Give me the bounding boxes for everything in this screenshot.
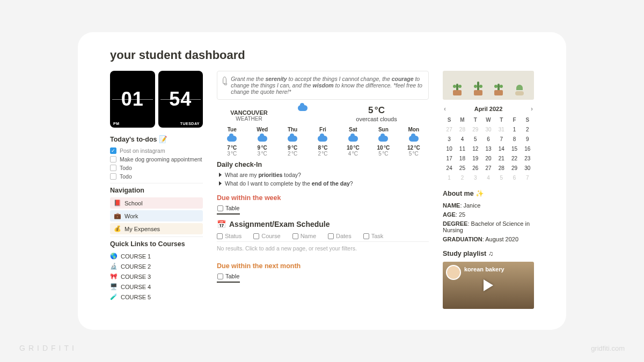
course-link[interactable]: 🧪COURSE 5 xyxy=(110,292,203,302)
calendar-day[interactable]: 24 xyxy=(443,164,456,172)
calendar-day[interactable]: 23 xyxy=(521,154,534,162)
calendar-day[interactable]: 17 xyxy=(443,154,456,162)
table-icon xyxy=(217,274,223,279)
calendar-day[interactable]: 4 xyxy=(456,135,469,143)
calendar-day[interactable]: 6 xyxy=(508,174,521,182)
toggle-arrow-icon xyxy=(219,173,222,177)
checkbox-icon[interactable] xyxy=(110,156,116,162)
calendar-day[interactable]: 19 xyxy=(469,154,482,162)
property-icon xyxy=(328,233,334,239)
todo-item[interactable]: Todo xyxy=(110,164,203,172)
calendar-day[interactable]: 8 xyxy=(508,135,521,143)
calendar-day[interactable]: 30 xyxy=(482,125,495,134)
column-header[interactable]: Task xyxy=(363,233,384,239)
todo-item[interactable]: Make dog grooming appointment xyxy=(110,155,203,164)
page-title: your student dashboard xyxy=(110,48,534,62)
calendar-day[interactable]: 28 xyxy=(495,164,508,172)
nav-item[interactable]: 📕School xyxy=(110,197,203,209)
calendar-day[interactable]: 30 xyxy=(521,164,534,172)
table-icon xyxy=(217,205,223,211)
forecast-day-name: Thu xyxy=(277,127,308,132)
calendar-day[interactable]: 15 xyxy=(508,145,521,153)
divider xyxy=(110,183,203,183)
calendar-day[interactable]: 26 xyxy=(469,164,482,172)
calendar-day[interactable]: 27 xyxy=(482,164,495,172)
calendar-day[interactable]: 16 xyxy=(521,145,534,153)
calendar-day[interactable]: 20 xyxy=(482,154,495,162)
column-header[interactable]: Dates xyxy=(328,233,352,239)
calendar-day[interactable]: 25 xyxy=(456,164,469,172)
forecast-hi: 9 °C xyxy=(277,145,308,151)
calendar-day[interactable]: 3 xyxy=(469,174,482,182)
todo-label: Post on instagram xyxy=(120,147,165,154)
forecast-day-name: Sat xyxy=(338,127,368,132)
column-header[interactable]: Status xyxy=(217,233,241,239)
view-tab-table-month[interactable]: Table xyxy=(217,273,240,283)
clock-day: TUESDAY xyxy=(180,122,200,125)
calendar-day[interactable]: 7 xyxy=(521,174,534,182)
calendar-day[interactable]: 2 xyxy=(456,174,469,182)
pixel-plant-banner xyxy=(443,71,534,100)
video-thumbnail[interactable]: korean bakery xyxy=(443,262,534,309)
weather-current-desc: overcast clouds xyxy=(324,116,429,122)
calendar-day[interactable]: 10 xyxy=(443,145,456,153)
calendar-day[interactable]: 7 xyxy=(495,135,508,143)
calendar-day[interactable]: 29 xyxy=(508,164,521,172)
calendar-day[interactable]: 11 xyxy=(456,145,469,153)
calendar-day[interactable]: 5 xyxy=(495,174,508,182)
weather-current-icon-wrap xyxy=(281,105,324,113)
calendar-day[interactable]: 29 xyxy=(469,125,482,134)
course-link[interactable]: 🎀COURSE 3 xyxy=(110,271,203,282)
calendar-month-label[interactable]: April 2022 xyxy=(474,106,503,112)
course-link[interactable]: 🌎COURSE 1 xyxy=(110,251,203,261)
quote-text: Grant me the serenity to accept the thin… xyxy=(231,76,423,95)
calendar-next-icon[interactable]: › xyxy=(530,105,534,113)
weather-current: 5 °C overcast clouds xyxy=(324,105,429,122)
toggle-row[interactable]: What do I want to complete by the end of… xyxy=(217,179,429,188)
calendar-day[interactable]: 5 xyxy=(469,135,482,143)
calendar-weekday-head: T xyxy=(469,116,482,124)
calendar-day[interactable]: 12 xyxy=(469,145,482,153)
calendar-day[interactable]: 1 xyxy=(443,174,456,182)
calendar-day[interactable]: 4 xyxy=(482,174,495,182)
due-week-heading: Due within the week xyxy=(217,194,429,202)
calendar-day[interactable]: 13 xyxy=(482,145,495,153)
calendar-day[interactable]: 2 xyxy=(521,125,534,134)
calendar-day[interactable]: 27 xyxy=(443,125,456,134)
calendar-day[interactable]: 14 xyxy=(495,145,508,153)
calendar-day[interactable]: 21 xyxy=(495,154,508,162)
forecast-lo: 2 °C xyxy=(308,151,338,157)
todo-item[interactable]: Todo xyxy=(110,172,203,181)
checkbox-icon[interactable]: ✓ xyxy=(110,147,116,154)
table-empty-text[interactable]: No results. Click to add a new page, or … xyxy=(217,242,429,255)
column-header[interactable]: Name xyxy=(292,233,316,239)
toggle-text: What do I want to complete by the end of… xyxy=(225,180,353,187)
daily-checkin-heading: Daily check-In xyxy=(217,161,429,168)
calendar-day[interactable]: 22 xyxy=(508,154,521,162)
weather-city: VANCOUVER WEATHER xyxy=(217,105,281,122)
calendar-day[interactable]: 1 xyxy=(508,125,521,134)
forecast-day: Fri8 °C2 °C xyxy=(308,127,338,157)
calendar-day[interactable]: 31 xyxy=(495,125,508,134)
toggle-row[interactable]: What are my priorities today? xyxy=(217,171,429,179)
course-link[interactable]: 🔬COURSE 2 xyxy=(110,261,203,271)
table-title[interactable]: 📅 Assignment/Exam Schedule xyxy=(217,220,429,228)
column-header[interactable]: Course xyxy=(253,233,280,239)
calendar-prev-icon[interactable]: ‹ xyxy=(443,105,447,113)
calendar-header: ‹ April 2022 › xyxy=(443,105,534,113)
checkbox-icon[interactable] xyxy=(110,165,116,171)
calendar-day[interactable]: 3 xyxy=(443,135,456,143)
course-link[interactable]: 🖥️COURSE 4 xyxy=(110,282,203,292)
calendar-day[interactable]: 9 xyxy=(521,135,534,143)
todo-item[interactable]: ✓Post on instagram xyxy=(110,146,203,155)
calendar-day[interactable]: 18 xyxy=(456,154,469,162)
calendar-day[interactable]: 6 xyxy=(482,135,495,143)
nav-item[interactable]: 💰My Expenses xyxy=(110,223,203,234)
view-tab-table[interactable]: Table xyxy=(217,205,240,215)
calendar-day[interactable]: 28 xyxy=(456,125,469,134)
forecast-day: Wed9 °C3 °C xyxy=(247,127,277,157)
nav-item[interactable]: 💼Work xyxy=(110,210,203,221)
checkbox-icon[interactable] xyxy=(110,173,116,180)
video-title: korean bakery xyxy=(464,266,504,272)
quote-callout[interactable]: Grant me the serenity to accept the thin… xyxy=(217,71,429,100)
